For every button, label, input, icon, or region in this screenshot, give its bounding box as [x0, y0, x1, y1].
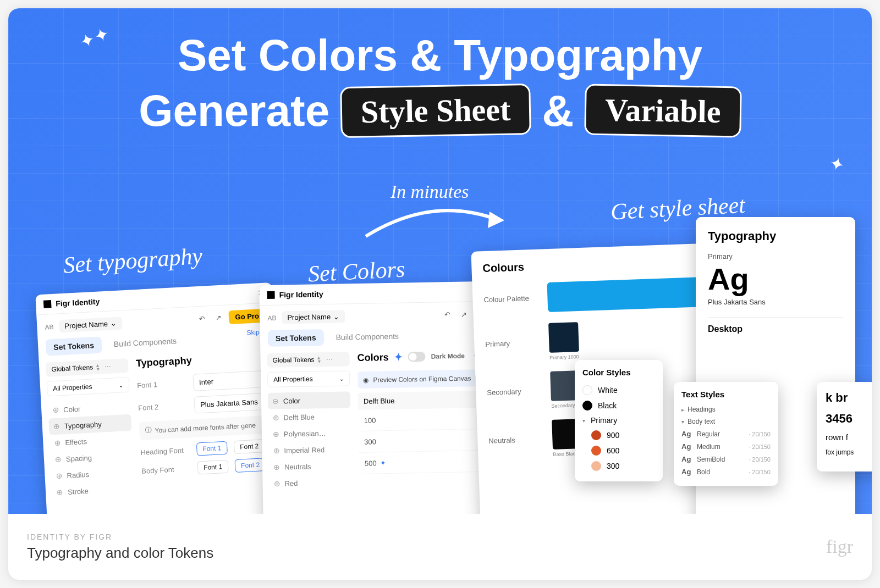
swatch: [581, 322, 582, 352]
text-styles-title: Text Styles: [681, 390, 771, 399]
headline-line1: Set Colors & Typography: [8, 30, 872, 81]
figr-logo: figr: [826, 536, 853, 557]
color-style-row[interactable]: 900: [582, 428, 655, 443]
font1-button[interactable]: Font 1: [196, 441, 228, 456]
app-title: Figr Identity: [56, 297, 100, 308]
triangle-right-icon: ▸: [681, 407, 684, 413]
text-style-row[interactable]: AgSemiBold· 20/150: [681, 453, 771, 465]
darkmode-label: Dark Mode: [431, 352, 465, 360]
hero-area: ✦✦ ✦ Set Colors & Typography Generate St…: [8, 8, 872, 514]
color-style-row[interactable]: 600: [582, 443, 655, 458]
desktop-label: Desktop: [708, 324, 843, 334]
sample-line: rown f: [826, 432, 872, 442]
token-color[interactable]: ⊖Color: [268, 391, 351, 409]
darkmode-toggle[interactable]: [408, 352, 425, 362]
font1-label: Font 1: [137, 379, 187, 390]
swatch-icon: [582, 385, 592, 395]
font2-button[interactable]: Font 2: [234, 439, 265, 454]
body-font-label: Body Font: [141, 464, 191, 475]
ab-label: AB: [267, 314, 276, 321]
tab-set-tokens[interactable]: Set Tokens: [268, 329, 324, 347]
font1-button[interactable]: Font 1: [197, 460, 229, 475]
headline-generate: Generate: [139, 86, 329, 136]
primary-label: Primary: [485, 338, 540, 348]
global-tokens-dropdown[interactable]: Global Tokens▴▾⋯: [267, 352, 349, 368]
sparkle-icon: ✦: [394, 351, 402, 363]
color-polynesian[interactable]: ⊕Polynesian…: [268, 424, 351, 442]
eye-icon: ◉: [363, 376, 369, 384]
color-imperial-red[interactable]: ⊕Imperial Red: [268, 441, 351, 459]
color-style-row[interactable]: Black: [582, 398, 655, 413]
text-style-group[interactable]: ▾Body text: [681, 415, 771, 428]
swatch-icon: [582, 401, 592, 411]
tab-build-components[interactable]: Build Components: [328, 328, 406, 345]
typography-title: Typography: [708, 229, 843, 243]
typography-section-title: Typography: [136, 351, 270, 369]
token-stroke[interactable]: ⊕Stroke: [52, 480, 135, 501]
headline-amp: &: [542, 86, 574, 136]
color-styles-popup: Color Styles White Black ▾Primary 900 60…: [575, 360, 663, 481]
font2-button[interactable]: Font 2: [235, 458, 266, 473]
palette-label: Colour Palette: [483, 293, 538, 303]
text-style-row[interactable]: AgBold· 20/150: [681, 465, 771, 478]
swatch: [585, 322, 586, 352]
primary-label: Primary: [708, 252, 843, 260]
color-neutrals[interactable]: ⊕Neutrals: [269, 457, 352, 475]
font2-label: Font 2: [138, 401, 188, 412]
ab-label: AB: [45, 323, 54, 331]
all-properties-dropdown[interactable]: All Properties⌄: [267, 370, 350, 387]
app-title: Figr Identity: [279, 290, 323, 299]
info-icon: ⓘ: [145, 426, 152, 436]
color-red[interactable]: ⊕Red: [269, 474, 352, 492]
text-style-group[interactable]: ▸Headings: [681, 403, 771, 415]
neutrals-label: Neutrals: [488, 435, 543, 445]
sort-icon: ▴▾: [96, 363, 100, 371]
promo-card: ✦✦ ✦ Set Colors & Typography Generate St…: [8, 8, 872, 580]
arrow-icon: [360, 201, 514, 247]
footer: Identity by Figr Typography and color To…: [8, 514, 872, 580]
chevron-down-icon: ⌄: [111, 319, 117, 328]
app-logo-icon: [43, 300, 52, 308]
swatch-icon: [591, 446, 601, 456]
sample-line: fox jumps: [826, 448, 872, 456]
sample-text-card: k br 3456 rown f fox jumps: [817, 382, 872, 471]
triangle-down-icon: ▾: [582, 418, 585, 424]
footer-title: Typography and color Tokens: [27, 545, 826, 562]
collapse-icon[interactable]: ↗: [212, 311, 226, 325]
project-dropdown[interactable]: Project Name⌄: [282, 310, 345, 324]
global-tokens-dropdown[interactable]: Global Tokens▴▾⋯: [46, 358, 129, 377]
undo-icon[interactable]: ↶: [195, 312, 209, 325]
collapse-icon[interactable]: ↗: [457, 307, 470, 320]
sample-line: 3456: [826, 412, 872, 426]
swatch: [552, 419, 578, 450]
text-style-row[interactable]: AgRegular· 20/150: [681, 428, 771, 440]
sample-line: k br: [826, 391, 872, 405]
text-style-row[interactable]: AgMedium· 20/150: [681, 440, 771, 453]
palette-swatch: [547, 277, 704, 312]
text-styles-popup: Text Styles ▸Headings ▾Body text AgRegul…: [674, 382, 778, 486]
project-dropdown[interactable]: Project Name⌄: [59, 317, 123, 332]
color-style-group[interactable]: ▾Primary: [582, 413, 655, 428]
font1-input[interactable]: Inter: [193, 370, 270, 391]
footer-eyebrow: Identity by Figr: [27, 532, 826, 541]
headline: Set Colors & Typography Generate Style S…: [8, 30, 872, 136]
swatch-icon: [591, 461, 601, 471]
color-style-row[interactable]: 300: [582, 458, 655, 474]
all-properties-dropdown[interactable]: All Properties⌄: [47, 377, 130, 397]
swatch: [548, 322, 579, 353]
info-banner: ⓘYou can add more fonts after gene: [139, 415, 273, 440]
color-style-row[interactable]: White: [582, 382, 655, 398]
more-icon[interactable]: ⋯: [326, 356, 332, 363]
color-delft-blue[interactable]: ⊕Delft Blue: [268, 408, 351, 426]
app-logo-icon: [267, 291, 274, 299]
font-family-name: Plus Jakarta Sans: [708, 298, 843, 306]
add-icon[interactable]: ✦: [380, 459, 386, 467]
chevron-down-icon: ⌄: [119, 382, 124, 388]
more-icon[interactable]: ⋯: [105, 363, 112, 371]
font2-input[interactable]: Plus Jakarta Sans: [194, 392, 271, 413]
heading-font-label: Heading Font: [140, 446, 190, 457]
undo-icon[interactable]: ↶: [441, 308, 454, 321]
color-styles-title: Color Styles: [582, 368, 655, 377]
tab-set-tokens[interactable]: Set Tokens: [46, 336, 102, 356]
chevron-down-icon: ⌄: [333, 313, 339, 321]
